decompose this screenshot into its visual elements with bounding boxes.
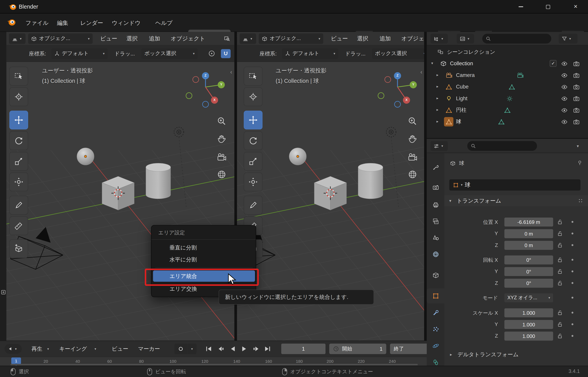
play-button[interactable]	[240, 345, 248, 353]
tab-render[interactable]	[427, 180, 444, 195]
tab-object[interactable]	[427, 289, 444, 304]
disclosure-triangle-icon[interactable]: ▸	[437, 120, 438, 123]
viewport-menu-object[interactable]: オブジェクト	[401, 32, 424, 45]
previous-keyframe-button[interactable]	[217, 345, 225, 353]
perspective-toggle-icon[interactable]	[407, 169, 418, 180]
rotation-y-field[interactable]: 0°	[504, 267, 553, 276]
viewport-menu-add[interactable]: 追加	[380, 32, 391, 45]
minimize-button[interactable]	[509, 0, 532, 13]
eye-icon[interactable]	[561, 60, 568, 67]
outliner-row-cube[interactable]: ▸ Cube	[427, 81, 588, 93]
zoom-icon[interactable]	[407, 116, 418, 126]
camera-view-icon[interactable]	[407, 152, 418, 163]
tab-world[interactable]	[427, 247, 444, 262]
eye-icon[interactable]	[561, 118, 568, 125]
object-name-field[interactable]: ▾ 球	[449, 179, 581, 191]
sidebar-collapse-icon[interactable]: ‹	[230, 69, 232, 75]
orientation-dropdown[interactable]: デフォルト▾	[51, 48, 108, 59]
maximize-button[interactable]	[536, 0, 559, 13]
close-button[interactable]: ×	[563, 0, 588, 13]
tool-cursor[interactable]	[244, 87, 263, 106]
camera-visibility-icon[interactable]	[573, 60, 580, 67]
menu-help[interactable]: ヘルプ	[155, 13, 173, 32]
outliner-row-scene-collection[interactable]: シーンコレクション	[427, 46, 588, 58]
animate-dot[interactable]	[572, 335, 574, 337]
outliner-search-input[interactable]	[482, 34, 551, 44]
camera-visibility-icon[interactable]	[573, 118, 580, 125]
viewport-menu-select[interactable]: 選択	[126, 32, 138, 45]
orientation-dropdown[interactable]: デフォルト▾	[282, 48, 338, 59]
gizmo-axis-x[interactable]: X	[213, 98, 216, 102]
menu-file[interactable]: ファイル	[26, 13, 49, 32]
animate-dot[interactable]	[572, 244, 574, 246]
drag-dropdown[interactable]: ドラッ...	[115, 45, 135, 62]
navigation-gizmo[interactable]	[185, 66, 226, 108]
animate-dot[interactable]	[572, 271, 574, 272]
gizmo-axis-y[interactable]: Y	[412, 82, 415, 86]
disclosure-triangle-icon[interactable]: ▸	[437, 96, 438, 100]
keying-set-dropdown[interactable]: ▾	[187, 344, 196, 354]
lock-open-icon[interactable]	[557, 321, 563, 327]
eye-icon[interactable]	[561, 107, 568, 114]
outliner-row-light[interactable]: ▸ Light	[427, 93, 588, 104]
viewport-menu-view[interactable]: ビュー	[100, 32, 117, 45]
jump-to-end-button[interactable]	[263, 345, 271, 353]
tool-measure[interactable]	[9, 216, 28, 235]
timeline-menu-keying[interactable]: キーイング	[59, 343, 87, 354]
lock-open-icon[interactable]	[557, 310, 563, 316]
lock-open-icon[interactable]	[557, 231, 563, 236]
menu-item-split-horizontal[interactable]: 水平に分割	[153, 254, 255, 265]
camera-visibility-icon[interactable]	[573, 107, 580, 114]
blender-menu-button[interactable]	[7, 18, 18, 28]
region-toggle-icon[interactable]	[1, 290, 6, 294]
gizmo-axis-z[interactable]: Z	[204, 73, 208, 77]
scale-x-field[interactable]: 1.000	[504, 308, 553, 317]
animate-dot[interactable]	[572, 323, 574, 325]
lock-open-icon[interactable]	[557, 219, 563, 225]
scale-z-field[interactable]: 1.000	[504, 332, 553, 341]
outliner-row-collection[interactable]: ▾ Collection ✓	[427, 58, 588, 70]
camera-visibility-icon[interactable]	[573, 95, 580, 102]
tab-constraints[interactable]	[427, 355, 444, 366]
tool-rotate[interactable]	[244, 131, 263, 150]
editor-type-dropdown[interactable]: ▾	[240, 33, 256, 44]
tab-particles[interactable]	[427, 322, 444, 337]
menu-window[interactable]: ウィンドウ	[112, 13, 140, 32]
snap-toggle-button[interactable]	[221, 49, 231, 58]
timeline-menu-view[interactable]: ビュー	[112, 343, 128, 354]
lock-open-icon[interactable]	[557, 333, 563, 339]
gizmo-axis-z[interactable]: Z	[396, 73, 399, 77]
animate-dot[interactable]	[572, 221, 574, 223]
location-z-field[interactable]: 0 m	[504, 241, 553, 250]
eye-icon[interactable]	[561, 95, 568, 102]
menu-edit[interactable]: 編集	[57, 13, 68, 32]
animate-dot[interactable]	[572, 282, 574, 284]
tool-annotate[interactable]	[244, 196, 263, 214]
pan-hand-icon[interactable]	[407, 134, 418, 144]
viewport-menu-object[interactable]: オブジェクト	[171, 32, 205, 45]
outliner-row-camera[interactable]: ▸ Camera	[427, 69, 588, 81]
proportional-edit-icon[interactable]	[208, 50, 215, 57]
eye-icon[interactable]	[561, 72, 568, 79]
viewport-menu-select[interactable]: 選択	[357, 32, 368, 45]
location-x-field[interactable]: -6.6169 m	[504, 218, 553, 227]
animate-dot[interactable]	[572, 312, 574, 314]
tool-select-box[interactable]	[244, 67, 263, 85]
lock-open-icon[interactable]	[557, 257, 563, 262]
location-y-field[interactable]: 0 m	[504, 229, 553, 238]
play-reverse-button[interactable]	[229, 345, 237, 353]
tool-rotate[interactable]	[9, 131, 28, 150]
viewport-zoom-icon[interactable]	[224, 35, 230, 42]
grip-icon[interactable]	[578, 199, 583, 203]
camera-view-icon[interactable]	[216, 152, 227, 163]
timeline-menu-playback[interactable]: 再生	[31, 343, 42, 354]
gizmo-axis-x[interactable]: X	[405, 98, 408, 102]
region-divider[interactable]	[424, 32, 427, 366]
tool-scale[interactable]	[9, 152, 28, 171]
editor-collapse-dropdown[interactable]: ▾	[4, 344, 22, 354]
delta-transform-section[interactable]: デルタトランスフォーム	[458, 351, 519, 358]
tool-scale[interactable]	[244, 152, 263, 171]
next-keyframe-button[interactable]	[252, 345, 260, 353]
animate-dot[interactable]	[572, 297, 574, 299]
editor-type-dropdown[interactable]: ▾	[9, 33, 25, 44]
